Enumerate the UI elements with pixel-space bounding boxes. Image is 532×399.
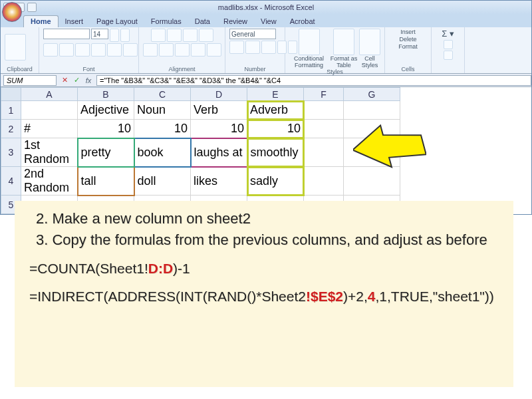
font-size-select[interactable]: 14	[91, 29, 108, 39]
indent-inc-icon[interactable]	[207, 43, 221, 57]
title-bar: madlibs.xlsx - Microsoft Excel	[1, 1, 531, 14]
bold-icon[interactable]	[43, 43, 58, 57]
col-header[interactable]: B	[78, 88, 134, 101]
border-icon[interactable]	[91, 43, 106, 57]
tab-insert[interactable]: Insert	[59, 16, 90, 27]
align-right-icon[interactable]	[175, 43, 190, 57]
cell[interactable]: pretty	[78, 138, 134, 167]
col-header[interactable]: G	[344, 88, 400, 101]
fill-icon[interactable]	[444, 40, 453, 49]
ribbon: Clipboard 14 Font	[1, 27, 531, 74]
comma-icon[interactable]	[261, 41, 276, 54]
currency-icon[interactable]	[229, 41, 244, 54]
col-header[interactable]: F	[304, 88, 344, 101]
col-header[interactable]: C	[134, 88, 191, 101]
col-header[interactable]: A	[21, 88, 78, 101]
cell[interactable]: tall	[78, 167, 134, 196]
underline-icon[interactable]	[75, 43, 90, 57]
grow-font-icon[interactable]	[110, 29, 119, 42]
cell[interactable]: Adjective	[78, 101, 134, 120]
cell[interactable]: #	[21, 120, 78, 138]
instruction-step-2: Make a new column on sheet2	[36, 210, 499, 227]
cell[interactable]	[344, 138, 400, 167]
cell[interactable]: 2nd Random	[21, 167, 78, 196]
group-styles: Styles	[289, 68, 380, 75]
align-middle-icon[interactable]	[167, 29, 182, 42]
office-button[interactable]	[2, 2, 22, 22]
cell[interactable]	[304, 120, 344, 138]
cell[interactable]: laughs at	[191, 138, 247, 167]
orientation-icon[interactable]	[199, 29, 213, 42]
col-header[interactable]: D	[191, 88, 247, 101]
cell[interactable]: Adverb	[247, 101, 304, 120]
cell[interactable]: Noun	[134, 101, 191, 120]
cell[interactable]: smoothly	[247, 138, 304, 167]
row-header[interactable]: 2	[1, 120, 21, 138]
paste-button[interactable]	[5, 34, 26, 61]
cell[interactable]: book	[134, 138, 191, 167]
tab-acrobat[interactable]: Acrobat	[283, 16, 322, 27]
cell[interactable]	[344, 101, 400, 120]
autosum-icon[interactable]: Σ ▾	[442, 29, 454, 39]
align-bottom-icon[interactable]	[183, 29, 198, 42]
italic-icon[interactable]	[59, 43, 74, 57]
formula-example-2: =INDIRECT(ADDRESS(INT(RAND()*Sheet2!$E$2…	[29, 289, 499, 305]
col-header[interactable]: E	[247, 88, 304, 101]
instruction-panel: Make a new column on sheet2 Copy the for…	[15, 201, 513, 387]
align-left-icon[interactable]	[143, 43, 158, 57]
clear-icon[interactable]	[444, 51, 453, 60]
cell[interactable]: 1st Random	[21, 138, 78, 167]
fx-icon[interactable]: fx	[83, 75, 94, 86]
row-header[interactable]: 3	[1, 138, 21, 167]
cell[interactable]	[21, 101, 78, 120]
spreadsheet-grid[interactable]: A B C D E F G 1 Adjective Noun Verb Adve…	[1, 87, 400, 214]
cancel-formula-icon[interactable]: ✕	[59, 75, 70, 86]
redo-icon[interactable]	[27, 3, 37, 12]
indent-dec-icon[interactable]	[191, 43, 205, 57]
enter-formula-icon[interactable]: ✓	[71, 75, 82, 86]
cell[interactable]: Verb	[191, 101, 247, 120]
format-as-table-button[interactable]	[333, 29, 354, 55]
name-box[interactable]: SUM	[3, 75, 57, 86]
tab-formulas[interactable]: Formulas	[144, 16, 188, 27]
tab-review[interactable]: Review	[217, 16, 254, 27]
row-header[interactable]: 1	[1, 101, 21, 120]
cell[interactable]: 10	[247, 120, 304, 138]
delete-cells-button[interactable]: Delete	[399, 36, 416, 43]
cell[interactable]	[344, 120, 400, 138]
instruction-step-3: Copy the formulas from the previous colu…	[36, 231, 499, 249]
cell-styles-button[interactable]	[359, 29, 380, 55]
fill-color-icon[interactable]	[107, 43, 122, 57]
select-all-corner[interactable]	[1, 88, 21, 101]
number-format-select[interactable]: General	[229, 29, 276, 39]
formula-example-1: =COUNTA(Sheet1!D:D)-1	[29, 261, 499, 277]
format-cells-button[interactable]: Format	[398, 43, 418, 50]
formula-input[interactable]: ="The "&B3&" "&C3&" "&E3&" "&D3&" the "&…	[96, 75, 531, 86]
cell[interactable]: 10	[191, 120, 247, 138]
cs-label: Cell Styles	[359, 55, 380, 68]
cell[interactable]: sadly	[247, 167, 304, 196]
align-center-icon[interactable]	[159, 43, 174, 57]
font-color-icon[interactable]	[123, 43, 138, 57]
ribbon-tabs: Home Insert Page Layout Formulas Data Re…	[1, 14, 531, 27]
tab-data[interactable]: Data	[188, 16, 217, 27]
align-top-icon[interactable]	[151, 29, 166, 42]
row-header[interactable]: 4	[1, 167, 21, 196]
cell[interactable]	[304, 167, 344, 196]
cell[interactable]: 10	[78, 120, 134, 138]
shrink-font-icon[interactable]	[120, 29, 130, 42]
font-name-select[interactable]	[43, 29, 90, 39]
cell[interactable]	[304, 101, 344, 120]
tab-view[interactable]: View	[254, 16, 283, 27]
insert-cells-button[interactable]: Insert	[400, 29, 416, 35]
cell[interactable]	[344, 167, 400, 196]
conditional-formatting-button[interactable]	[299, 29, 320, 55]
group-clipboard: Clipboard	[5, 66, 35, 72]
cell[interactable]: doll	[134, 167, 191, 196]
cell[interactable]: likes	[191, 167, 247, 196]
cell[interactable]: 10	[134, 120, 191, 138]
tab-page-layout[interactable]: Page Layout	[90, 16, 144, 27]
percent-icon[interactable]	[245, 41, 260, 54]
cell[interactable]	[304, 138, 344, 167]
tab-home[interactable]: Home	[23, 15, 59, 27]
